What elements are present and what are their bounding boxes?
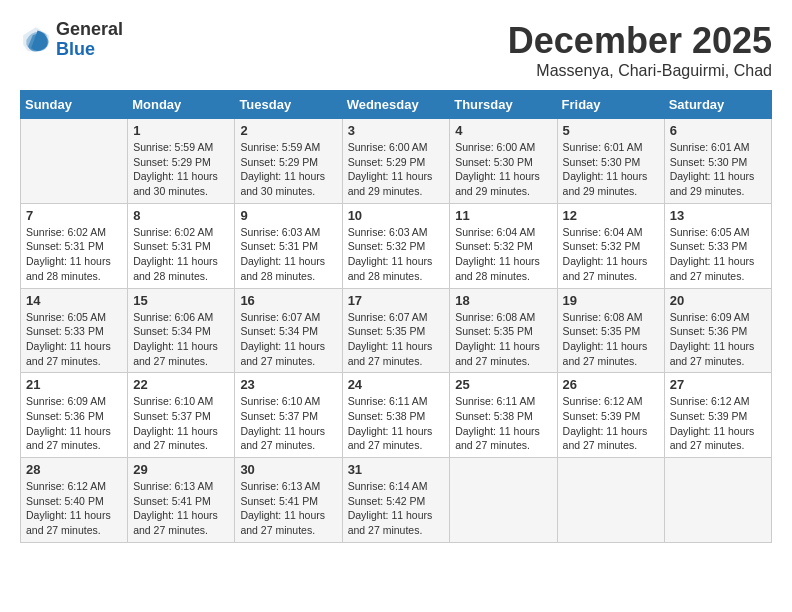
day-number: 9 [240,208,336,223]
calendar-week-row: 21Sunrise: 6:09 AM Sunset: 5:36 PM Dayli… [21,373,772,458]
calendar-week-row: 7Sunrise: 6:02 AM Sunset: 5:31 PM Daylig… [21,203,772,288]
weekday-header: Tuesday [235,91,342,119]
day-number: 12 [563,208,659,223]
calendar-cell: 4Sunrise: 6:00 AM Sunset: 5:30 PM Daylig… [450,119,557,204]
weekday-header: Saturday [664,91,771,119]
calendar-cell: 2Sunrise: 5:59 AM Sunset: 5:29 PM Daylig… [235,119,342,204]
weekday-header: Thursday [450,91,557,119]
calendar-cell: 30Sunrise: 6:13 AM Sunset: 5:41 PM Dayli… [235,458,342,543]
day-info: Sunrise: 6:12 AM Sunset: 5:39 PM Dayligh… [563,394,659,453]
calendar-cell: 7Sunrise: 6:02 AM Sunset: 5:31 PM Daylig… [21,203,128,288]
day-number: 22 [133,377,229,392]
weekday-header: Sunday [21,91,128,119]
calendar-week-row: 14Sunrise: 6:05 AM Sunset: 5:33 PM Dayli… [21,288,772,373]
day-number: 24 [348,377,445,392]
day-number: 28 [26,462,122,477]
calendar-week-row: 1Sunrise: 5:59 AM Sunset: 5:29 PM Daylig… [21,119,772,204]
location-title: Massenya, Chari-Baguirmi, Chad [508,62,772,80]
day-info: Sunrise: 6:10 AM Sunset: 5:37 PM Dayligh… [133,394,229,453]
day-info: Sunrise: 6:04 AM Sunset: 5:32 PM Dayligh… [455,225,551,284]
calendar-cell: 28Sunrise: 6:12 AM Sunset: 5:40 PM Dayli… [21,458,128,543]
day-info: Sunrise: 6:14 AM Sunset: 5:42 PM Dayligh… [348,479,445,538]
day-number: 27 [670,377,766,392]
calendar-cell [557,458,664,543]
day-info: Sunrise: 6:08 AM Sunset: 5:35 PM Dayligh… [455,310,551,369]
calendar-cell: 22Sunrise: 6:10 AM Sunset: 5:37 PM Dayli… [128,373,235,458]
day-number: 23 [240,377,336,392]
day-info: Sunrise: 5:59 AM Sunset: 5:29 PM Dayligh… [240,140,336,199]
day-number: 29 [133,462,229,477]
calendar-cell: 26Sunrise: 6:12 AM Sunset: 5:39 PM Dayli… [557,373,664,458]
day-info: Sunrise: 6:09 AM Sunset: 5:36 PM Dayligh… [26,394,122,453]
day-number: 21 [26,377,122,392]
calendar-body: 1Sunrise: 5:59 AM Sunset: 5:29 PM Daylig… [21,119,772,543]
day-info: Sunrise: 5:59 AM Sunset: 5:29 PM Dayligh… [133,140,229,199]
day-info: Sunrise: 6:12 AM Sunset: 5:40 PM Dayligh… [26,479,122,538]
page-header: General Blue December 2025 Massenya, Cha… [20,20,772,80]
calendar-cell: 16Sunrise: 6:07 AM Sunset: 5:34 PM Dayli… [235,288,342,373]
day-number: 18 [455,293,551,308]
calendar-cell: 12Sunrise: 6:04 AM Sunset: 5:32 PM Dayli… [557,203,664,288]
calendar-cell: 29Sunrise: 6:13 AM Sunset: 5:41 PM Dayli… [128,458,235,543]
calendar-cell: 14Sunrise: 6:05 AM Sunset: 5:33 PM Dayli… [21,288,128,373]
calendar-cell: 17Sunrise: 6:07 AM Sunset: 5:35 PM Dayli… [342,288,450,373]
day-info: Sunrise: 6:13 AM Sunset: 5:41 PM Dayligh… [133,479,229,538]
day-info: Sunrise: 6:03 AM Sunset: 5:32 PM Dayligh… [348,225,445,284]
day-info: Sunrise: 6:01 AM Sunset: 5:30 PM Dayligh… [670,140,766,199]
day-info: Sunrise: 6:13 AM Sunset: 5:41 PM Dayligh… [240,479,336,538]
day-number: 25 [455,377,551,392]
day-number: 10 [348,208,445,223]
day-info: Sunrise: 6:02 AM Sunset: 5:31 PM Dayligh… [26,225,122,284]
calendar-cell: 19Sunrise: 6:08 AM Sunset: 5:35 PM Dayli… [557,288,664,373]
calendar-cell: 10Sunrise: 6:03 AM Sunset: 5:32 PM Dayli… [342,203,450,288]
day-number: 20 [670,293,766,308]
weekday-header: Wednesday [342,91,450,119]
day-info: Sunrise: 6:04 AM Sunset: 5:32 PM Dayligh… [563,225,659,284]
day-number: 1 [133,123,229,138]
calendar-cell: 1Sunrise: 5:59 AM Sunset: 5:29 PM Daylig… [128,119,235,204]
day-info: Sunrise: 6:00 AM Sunset: 5:30 PM Dayligh… [455,140,551,199]
logo-text: General Blue [56,20,123,60]
header-row: SundayMondayTuesdayWednesdayThursdayFrid… [21,91,772,119]
day-info: Sunrise: 6:11 AM Sunset: 5:38 PM Dayligh… [455,394,551,453]
calendar-cell: 9Sunrise: 6:03 AM Sunset: 5:31 PM Daylig… [235,203,342,288]
calendar-cell: 8Sunrise: 6:02 AM Sunset: 5:31 PM Daylig… [128,203,235,288]
day-info: Sunrise: 6:05 AM Sunset: 5:33 PM Dayligh… [26,310,122,369]
day-number: 26 [563,377,659,392]
calendar-cell: 31Sunrise: 6:14 AM Sunset: 5:42 PM Dayli… [342,458,450,543]
day-number: 3 [348,123,445,138]
calendar-cell: 20Sunrise: 6:09 AM Sunset: 5:36 PM Dayli… [664,288,771,373]
day-number: 14 [26,293,122,308]
calendar-cell: 11Sunrise: 6:04 AM Sunset: 5:32 PM Dayli… [450,203,557,288]
calendar-cell: 6Sunrise: 6:01 AM Sunset: 5:30 PM Daylig… [664,119,771,204]
day-info: Sunrise: 6:09 AM Sunset: 5:36 PM Dayligh… [670,310,766,369]
logo-icon [20,24,52,56]
weekday-header: Friday [557,91,664,119]
day-number: 17 [348,293,445,308]
calendar-cell: 3Sunrise: 6:00 AM Sunset: 5:29 PM Daylig… [342,119,450,204]
day-number: 7 [26,208,122,223]
day-number: 13 [670,208,766,223]
day-number: 15 [133,293,229,308]
calendar-cell: 25Sunrise: 6:11 AM Sunset: 5:38 PM Dayli… [450,373,557,458]
day-number: 19 [563,293,659,308]
logo: General Blue [20,20,123,60]
calendar-cell: 5Sunrise: 6:01 AM Sunset: 5:30 PM Daylig… [557,119,664,204]
weekday-header: Monday [128,91,235,119]
calendar-cell: 18Sunrise: 6:08 AM Sunset: 5:35 PM Dayli… [450,288,557,373]
day-info: Sunrise: 6:05 AM Sunset: 5:33 PM Dayligh… [670,225,766,284]
day-info: Sunrise: 6:00 AM Sunset: 5:29 PM Dayligh… [348,140,445,199]
day-info: Sunrise: 6:01 AM Sunset: 5:30 PM Dayligh… [563,140,659,199]
calendar-cell: 24Sunrise: 6:11 AM Sunset: 5:38 PM Dayli… [342,373,450,458]
day-info: Sunrise: 6:02 AM Sunset: 5:31 PM Dayligh… [133,225,229,284]
day-number: 4 [455,123,551,138]
day-number: 11 [455,208,551,223]
calendar-cell: 21Sunrise: 6:09 AM Sunset: 5:36 PM Dayli… [21,373,128,458]
day-info: Sunrise: 6:08 AM Sunset: 5:35 PM Dayligh… [563,310,659,369]
day-info: Sunrise: 6:12 AM Sunset: 5:39 PM Dayligh… [670,394,766,453]
calendar-table: SundayMondayTuesdayWednesdayThursdayFrid… [20,90,772,543]
calendar-cell [450,458,557,543]
day-number: 16 [240,293,336,308]
calendar-week-row: 28Sunrise: 6:12 AM Sunset: 5:40 PM Dayli… [21,458,772,543]
day-number: 6 [670,123,766,138]
